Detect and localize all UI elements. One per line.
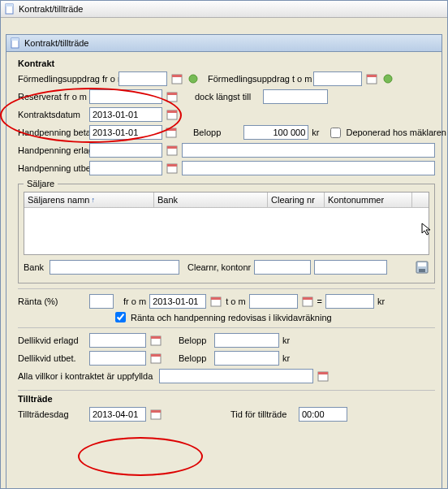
checkbox-deponerad[interactable]	[330, 128, 341, 138]
input-belopp2[interactable]	[214, 351, 279, 366]
section-tilltrade-title: Tillträde	[18, 394, 435, 404]
svg-rect-15	[166, 128, 176, 131]
inner-title: Kontrakt/tillträde	[24, 38, 88, 48]
svg-point-6	[189, 75, 197, 83]
input-reserverat[interactable]	[89, 89, 162, 104]
calendar-icon[interactable]	[301, 295, 314, 308]
calendar-icon[interactable]	[317, 370, 330, 383]
input-clearnr[interactable]	[254, 260, 311, 275]
input-dellikvid-utbet[interactable]	[89, 351, 146, 366]
input-ranta-pct[interactable]	[89, 294, 114, 309]
action-icon[interactable]	[187, 72, 200, 85]
outer-window: Kontrakt/tillträde Kontrakt/tillträde Ko…	[0, 0, 448, 489]
input-dellikvid-erlagd[interactable]	[89, 333, 146, 348]
input-ranta-tom[interactable]	[249, 294, 298, 309]
outer-title: Kontrakt/tillträde	[19, 4, 83, 14]
save-icon[interactable]	[415, 260, 429, 275]
input-hp-erlagd-note[interactable]	[182, 143, 435, 158]
label-from: fr o m	[123, 296, 146, 306]
input-belopp1[interactable]	[214, 333, 279, 348]
label-deponerad: Deponerad hos mäklaren	[346, 128, 446, 137]
outer-titlebar[interactable]: Kontrakt/tillträde	[1, 1, 447, 18]
label-redovisas: Ränta och handpenning redovisas i likvid…	[131, 313, 332, 322]
input-tid[interactable]	[299, 407, 347, 422]
input-ranta-result[interactable]	[325, 294, 374, 309]
svg-rect-13	[167, 110, 177, 113]
calendar-icon[interactable]	[149, 334, 162, 347]
label-formedling-from: Förmedlingsuppdrag fr o m	[18, 74, 115, 84]
fieldset-saljare: Säljare Säljarens namn ↑ Bank Clearing n…	[18, 179, 435, 283]
input-bank[interactable]	[50, 260, 179, 275]
calendar-icon[interactable]	[166, 108, 179, 121]
input-ranta-from[interactable]	[149, 294, 206, 309]
svg-rect-3	[11, 38, 19, 41]
inner-titlebar[interactable]: Kontrakt/tillträde	[6, 35, 442, 52]
col-bank[interactable]: Bank	[154, 193, 268, 207]
input-hp-utbetald-date[interactable]	[89, 161, 162, 175]
grid-header: Säljarens namn ↑ Bank Clearing nr Konton…	[24, 193, 429, 208]
svg-rect-5	[172, 75, 182, 77]
label-reserverat: Reserverat fr o m	[18, 92, 86, 102]
svg-rect-11	[167, 93, 177, 95]
calendar-icon[interactable]	[365, 72, 378, 85]
svg-rect-26	[303, 297, 312, 300]
separator	[18, 390, 435, 391]
input-hp-betalas[interactable]	[89, 125, 162, 140]
svg-rect-34	[151, 410, 161, 413]
separator	[18, 327, 435, 328]
label-tid: Tid för tillträde	[230, 409, 295, 419]
calendar-icon[interactable]	[166, 162, 179, 175]
separator	[18, 288, 435, 289]
calendar-icon[interactable]	[166, 126, 177, 139]
input-villkor[interactable]	[159, 369, 313, 383]
legend-saljare: Säljare	[24, 179, 58, 188]
col-konto[interactable]: Kontonummer	[325, 193, 412, 207]
col-clearing[interactable]: Clearing nr	[268, 193, 325, 207]
section-kontrakt-title: Kontrakt	[18, 58, 435, 68]
grid-saljare[interactable]: Säljarens namn ↑ Bank Clearing nr Konton…	[24, 192, 429, 255]
checkbox-redovisas[interactable]	[115, 312, 126, 322]
input-formedling-from[interactable]	[118, 71, 167, 86]
input-dock[interactable]	[263, 89, 328, 104]
label-dellikvid-utbet: Dellikvid utbet.	[18, 353, 86, 363]
calendar-icon[interactable]	[166, 90, 179, 103]
input-belopp[interactable]	[243, 125, 308, 140]
input-konto[interactable]	[314, 260, 387, 275]
label-tom: t o m	[226, 296, 245, 306]
calendar-icon[interactable]	[166, 144, 179, 157]
svg-rect-30	[151, 354, 161, 357]
label-belopp2: Belopp	[179, 353, 211, 363]
label-equals: =	[317, 296, 322, 306]
svg-rect-32	[318, 372, 328, 374]
label-dock: dock längst till	[195, 92, 260, 102]
label-dellikvid-erlagd: Dellikvid erlagd	[18, 335, 86, 345]
label-villkor: Alla villkor i kontraktet är uppfyllda	[18, 371, 156, 381]
label-hp-betalas: Handpenning betalas	[18, 128, 86, 137]
svg-rect-22	[419, 269, 425, 272]
label-hp-utbetald: Handpenning utbetald	[18, 163, 86, 173]
label-belopp1: Belopp	[179, 335, 211, 345]
calendar-icon[interactable]	[170, 72, 183, 85]
col-spacer	[412, 193, 429, 207]
label-belopp: Belopp	[193, 128, 221, 137]
svg-rect-19	[167, 164, 177, 167]
input-kontraktsdatum[interactable]	[89, 107, 162, 122]
sort-asc-icon: ↑	[91, 196, 95, 204]
action-icon[interactable]	[381, 72, 394, 85]
calendar-icon[interactable]	[209, 295, 222, 308]
unit-kr: kr	[312, 128, 319, 137]
input-hp-erlagd-date[interactable]	[89, 143, 162, 158]
svg-rect-21	[418, 262, 426, 266]
unit-kr: kr	[282, 353, 290, 363]
col-namn[interactable]: Säljarens namn ↑	[24, 193, 154, 207]
calendar-icon[interactable]	[149, 408, 162, 421]
input-formedling-to[interactable]	[313, 71, 362, 86]
input-tilltradesdag[interactable]	[89, 407, 146, 422]
label-bank: Bank	[24, 262, 46, 272]
svg-point-9	[384, 75, 392, 83]
svg-rect-24	[211, 297, 221, 300]
calendar-icon[interactable]	[149, 352, 162, 365]
label-ranta: Ränta (%)	[18, 296, 86, 306]
form-body: Kontrakt Förmedlingsuppdrag fr o m Förme…	[6, 52, 442, 428]
input-hp-utbetald-note[interactable]	[182, 161, 435, 175]
